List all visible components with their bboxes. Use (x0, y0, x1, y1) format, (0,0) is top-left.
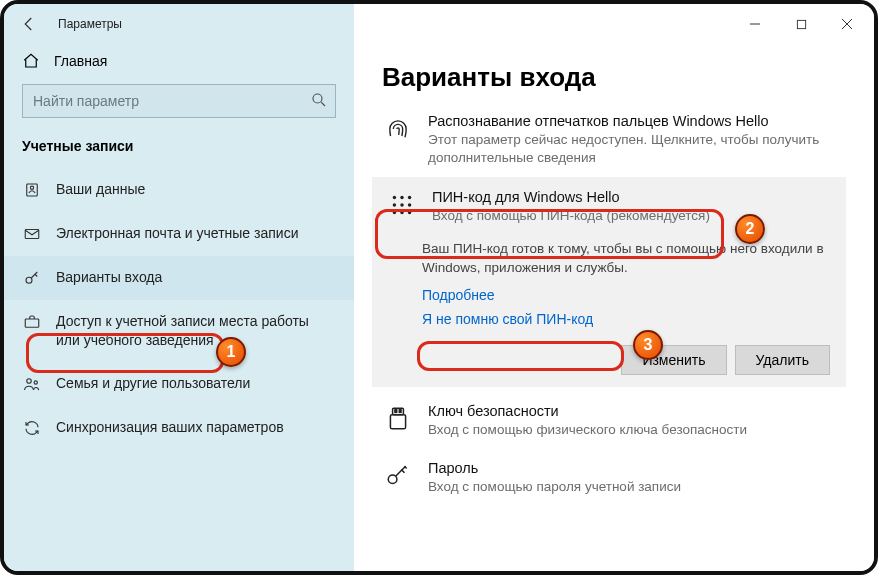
home-nav[interactable]: Главная (4, 44, 354, 84)
home-icon (22, 52, 40, 70)
forgot-pin-link[interactable]: Я не помню свой ПИН-код (422, 311, 826, 327)
change-pin-button[interactable]: Изменить (621, 345, 726, 375)
svg-point-12 (393, 204, 396, 207)
svg-point-17 (408, 211, 411, 214)
maximize-button[interactable] (778, 8, 824, 40)
svg-rect-19 (390, 415, 405, 429)
nav-label: Ваши данные (56, 180, 336, 199)
svg-rect-8 (797, 20, 805, 28)
svg-point-2 (30, 186, 33, 189)
svg-point-9 (393, 196, 396, 199)
svg-point-22 (388, 475, 397, 484)
people-icon (22, 374, 42, 394)
svg-point-6 (27, 379, 32, 384)
nav-sync[interactable]: Синхронизация ваших параметров (4, 406, 354, 450)
nav-label: Варианты входа (56, 268, 336, 287)
section-title: Учетные записи (4, 132, 354, 168)
nav-label: Электронная почта и учетные записи (56, 224, 336, 243)
briefcase-icon (22, 312, 42, 332)
home-label: Главная (54, 53, 107, 69)
nav-label: Синхронизация ваших параметров (56, 418, 336, 437)
usb-key-icon (382, 403, 414, 435)
learn-more-link[interactable]: Подробнее (422, 287, 826, 303)
svg-rect-20 (395, 410, 397, 413)
page-title: Варианты входа (354, 44, 874, 103)
option-title: ПИН-код для Windows Hello (432, 189, 832, 205)
option-subtitle: Вход с помощью ПИН-кода (рекомендуется) (432, 207, 832, 225)
svg-rect-3 (25, 230, 39, 239)
svg-point-10 (400, 196, 403, 199)
password-key-icon (382, 460, 414, 492)
svg-point-14 (408, 204, 411, 207)
person-icon (22, 180, 42, 200)
svg-point-4 (26, 277, 32, 283)
svg-point-11 (408, 196, 411, 199)
option-pin[interactable]: ПИН-код для Windows Hello Вход с помощью… (372, 177, 846, 235)
fingerprint-icon (382, 113, 414, 145)
minimize-button[interactable] (732, 8, 778, 40)
option-title: Пароль (428, 460, 836, 476)
search-input[interactable] (22, 84, 336, 118)
app-title: Параметры (58, 17, 122, 31)
option-title: Распознавание отпечатков пальцев Windows… (428, 113, 836, 129)
option-password[interactable]: Пароль Вход с помощью пароля учетной зап… (368, 450, 850, 506)
pin-keypad-icon (386, 189, 418, 221)
remove-pin-button[interactable]: Удалить (735, 345, 830, 375)
svg-point-15 (393, 211, 396, 214)
nav-label: Доступ к учетной записи места работы или… (56, 312, 336, 350)
nav-family[interactable]: Семья и другие пользователи (4, 362, 354, 406)
svg-point-0 (313, 94, 322, 103)
mail-icon (22, 224, 42, 244)
sync-icon (22, 418, 42, 438)
key-icon (22, 268, 42, 288)
svg-rect-5 (25, 319, 39, 327)
svg-point-13 (400, 204, 403, 207)
svg-point-7 (34, 381, 37, 384)
nav-email[interactable]: Электронная почта и учетные записи (4, 212, 354, 256)
nav-work-access[interactable]: Доступ к учетной записи места работы или… (4, 300, 354, 362)
svg-rect-21 (399, 410, 401, 413)
nav-your-info[interactable]: Ваши данные (4, 168, 354, 212)
option-subtitle: Вход с помощью физического ключа безопас… (428, 421, 836, 439)
option-subtitle: Этот параметр сейчас недоступен. Щелкнит… (428, 131, 836, 167)
pin-description: Ваш ПИН-код готов к тому, чтобы вы с пом… (372, 236, 846, 278)
option-subtitle: Вход с помощью пароля учетной записи (428, 478, 836, 496)
close-button[interactable] (824, 8, 870, 40)
nav-signin-options[interactable]: Варианты входа (4, 256, 354, 300)
back-button[interactable] (20, 15, 38, 33)
option-title: Ключ безопасности (428, 403, 836, 419)
search-icon (310, 91, 328, 109)
svg-point-16 (400, 211, 403, 214)
option-security-key[interactable]: Ключ безопасности Вход с помощью физичес… (368, 393, 850, 449)
nav-label: Семья и другие пользователи (56, 374, 336, 393)
option-fingerprint[interactable]: Распознавание отпечатков пальцев Windows… (368, 103, 850, 177)
